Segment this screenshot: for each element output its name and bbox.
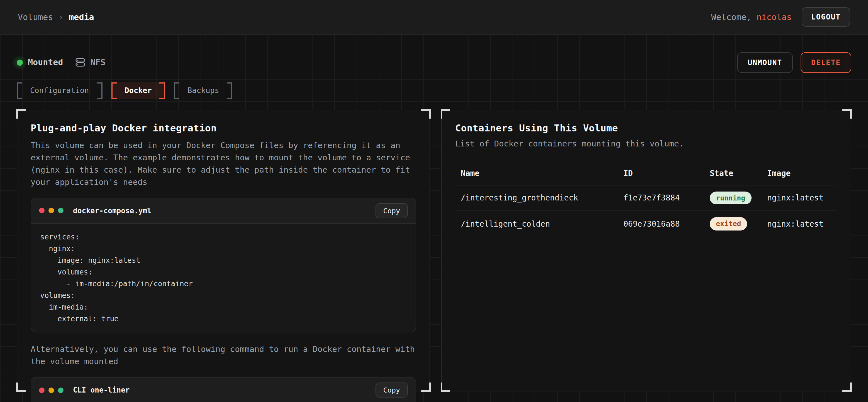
cli-copy-button[interactable]: Copy [375, 382, 408, 398]
containers-panel: Containers Using This Volume List of Doc… [441, 109, 851, 391]
table-header-row: Name ID State Image [455, 163, 837, 185]
containers-panel-subtitle: List of Docker containers mounting this … [455, 139, 837, 148]
tab-backups[interactable]: Backups [174, 82, 232, 99]
containers-panel-title: Containers Using This Volume [455, 122, 837, 133]
window-controls [39, 208, 63, 213]
green-dot-icon [58, 387, 63, 393]
state-badge: exited [710, 217, 747, 230]
red-dot-icon [39, 208, 44, 213]
cli-title: CLI one-liner [73, 386, 130, 394]
corner-bracket-icon [421, 382, 431, 392]
cli-code-header: CLI one-liner Copy [31, 377, 415, 402]
column-header-id: ID [618, 163, 704, 185]
chevron-right-icon: › [59, 12, 63, 22]
breadcrumb-current-volume: media [69, 12, 94, 22]
corner-bracket-icon [16, 382, 26, 392]
panels-grid: Plug-and-play Docker integration This vo… [17, 109, 851, 391]
column-header-image: Image [762, 163, 837, 185]
welcome-text: Welcome, nicolas [711, 12, 792, 22]
welcome-prefix: Welcome, [711, 12, 756, 22]
volume-status-group: Mounted NFS [17, 57, 105, 67]
docker-panel-title: Plug-and-play Docker integration [31, 122, 416, 133]
table-row: /intelligent_colden 069e73016a88 exited … [455, 211, 837, 236]
red-dot-icon [39, 387, 44, 393]
corner-bracket-icon [421, 109, 431, 118]
state-badge: running [710, 191, 751, 204]
mount-status-label: Mounted [28, 57, 63, 67]
driver-label: NFS [90, 57, 105, 67]
window-controls [39, 387, 63, 393]
corner-bracket-icon [441, 382, 450, 392]
tab-docker[interactable]: Docker [111, 82, 165, 99]
docker-panel-description: This volume can be used in your Docker C… [31, 139, 416, 188]
docker-integration-panel: Plug-and-play Docker integration This vo… [17, 109, 430, 391]
driver-status: NFS [75, 57, 105, 67]
cli-description: Alternatively, you can use the following… [31, 343, 416, 367]
server-icon [75, 57, 85, 67]
compose-copy-button[interactable]: Copy [375, 203, 408, 218]
container-image: nginx:latest [762, 185, 837, 211]
compose-code[interactable]: services: nginx: image: nginx:latest vol… [31, 224, 415, 332]
volume-actions: UNMOUNT DELETE [737, 52, 851, 73]
corner-bracket-icon [16, 109, 26, 118]
main-content: Mounted NFS UNMOUNT DELET [0, 35, 868, 402]
delete-button[interactable]: DELETE [801, 52, 851, 73]
compose-filename: docker-compose.yml [73, 206, 152, 215]
container-id: 069e73016a88 [618, 211, 704, 236]
compose-code-header: docker-compose.yml Copy [31, 198, 415, 224]
mounted-status-dot-icon [17, 59, 23, 65]
tab-bar: Configuration Docker Backups [17, 82, 851, 99]
breadcrumb-volumes[interactable]: Volumes [18, 12, 53, 22]
container-name: /intelligent_colden [455, 211, 618, 236]
container-id: f1e73e7f3884 [618, 185, 704, 211]
mount-status: Mounted [17, 57, 63, 67]
tab-configuration[interactable]: Configuration [17, 82, 102, 99]
status-row: Mounted NFS UNMOUNT DELET [17, 52, 851, 72]
breadcrumb: Volumes › media [18, 12, 94, 22]
logout-button[interactable]: LOGOUT [802, 7, 850, 27]
yellow-dot-icon [49, 387, 54, 393]
corner-bracket-icon [842, 382, 852, 392]
containers-table: Name ID State Image /interesting_grothen… [455, 163, 837, 236]
column-header-name: Name [455, 163, 618, 185]
app-root: Volumes › media Welcome, nicolas LOGOUT … [0, 0, 868, 402]
corner-bracket-icon [842, 109, 852, 118]
username: nicolas [756, 12, 792, 22]
top-bar: Volumes › media Welcome, nicolas LOGOUT [0, 0, 868, 35]
unmount-button[interactable]: UNMOUNT [737, 52, 793, 73]
cli-code-block: CLI one-liner Copy docker run -v im-medi… [31, 377, 416, 402]
table-row: /interesting_grothendieck f1e73e7f3884 r… [455, 185, 837, 211]
container-image: nginx:latest [762, 211, 837, 236]
green-dot-icon [58, 208, 63, 213]
corner-bracket-icon [441, 109, 450, 118]
column-header-state: State [704, 163, 762, 185]
yellow-dot-icon [49, 208, 54, 213]
compose-code-block: docker-compose.yml Copy services: nginx:… [31, 197, 416, 332]
top-bar-right: Welcome, nicolas LOGOUT [711, 7, 850, 27]
container-name: /interesting_grothendieck [455, 185, 618, 211]
